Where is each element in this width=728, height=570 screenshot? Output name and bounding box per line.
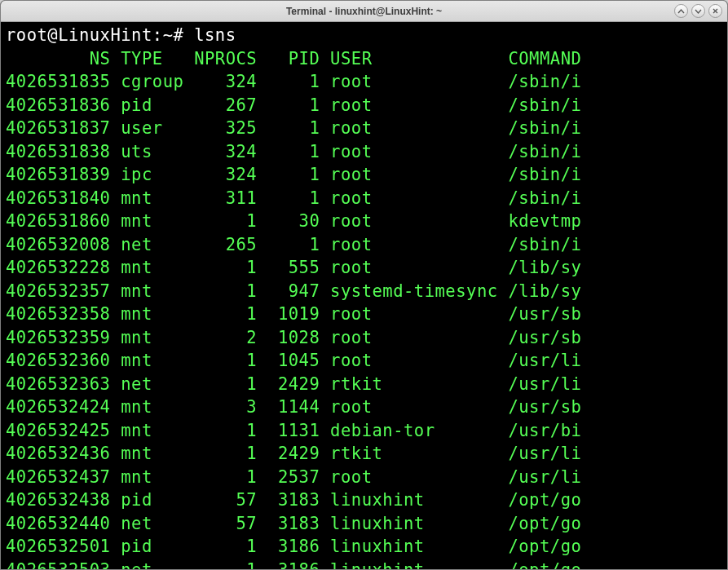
titlebar: Terminal - linuxhint@LinuxHint: ~ xyxy=(1,1,727,22)
table-rows: 4026531835 cgroup 324 1 root /sbin/i 402… xyxy=(6,72,581,569)
terminal-output[interactable]: root@LinuxHint:~# lsns NS TYPE NPROCS PI… xyxy=(1,22,727,569)
maximize-button[interactable] xyxy=(691,4,705,18)
command-text: lsns xyxy=(194,25,236,45)
window-controls xyxy=(674,4,722,18)
terminal-window: Terminal - linuxhint@LinuxHint: ~ root@L… xyxy=(0,0,728,570)
table-header: NS TYPE NPROCS PID USER COMMAND xyxy=(6,49,581,68)
minimize-icon xyxy=(677,7,685,15)
window-title: Terminal - linuxhint@LinuxHint: ~ xyxy=(286,6,442,17)
close-button[interactable] xyxy=(708,4,722,18)
maximize-icon xyxy=(695,7,702,15)
close-icon xyxy=(712,7,719,15)
prompt-line: root@LinuxHint:~# lsns xyxy=(6,25,236,45)
minimize-button[interactable] xyxy=(674,4,688,18)
